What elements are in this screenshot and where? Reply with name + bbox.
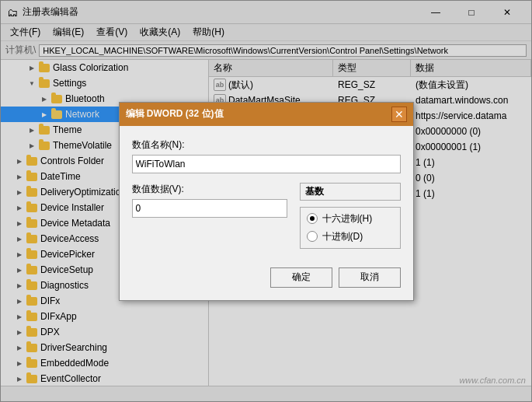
data-col: 数值数据(V): (132, 183, 287, 249)
radio-hex[interactable]: 十六进制(H) (307, 212, 394, 225)
cancel-button[interactable]: 取消 (339, 267, 401, 288)
modal-overlay: 编辑 DWORD (32 位)值 ✕ 数值名称(N): 数值数据(V): 基数 (0, 0, 532, 402)
radio-dec-label: 十进制(D) (322, 230, 363, 243)
base-label: 基数 (300, 183, 401, 201)
name-field-input[interactable] (132, 155, 401, 173)
radio-dec[interactable]: 十进制(D) (307, 230, 394, 243)
data-field-input[interactable] (132, 199, 287, 218)
dialog-body: 数值名称(N): 数值数据(V): 基数 十六进制(H) (120, 126, 413, 261)
base-col: 基数 十六进制(H) 十进制(D) (300, 183, 401, 249)
data-base-row: 数值数据(V): 基数 十六进制(H) 十进制(D) (132, 183, 401, 249)
dialog-title: 编辑 DWORD (32 位)值 (126, 107, 224, 121)
name-field-label: 数值名称(N): (132, 138, 401, 152)
radio-dec-circle (307, 231, 318, 242)
ok-button[interactable]: 确定 (270, 267, 332, 288)
dialog-footer: 确定 取消 (120, 261, 413, 300)
dialog-close-button[interactable]: ✕ (391, 107, 407, 122)
dialog-titlebar: 编辑 DWORD (32 位)值 ✕ (120, 103, 413, 126)
radio-hex-label: 十六进制(H) (322, 212, 373, 225)
radio-hex-circle (307, 213, 318, 224)
name-field-group: 数值名称(N): (132, 138, 401, 173)
radio-group: 十六进制(H) 十进制(D) (300, 207, 401, 249)
dword-dialog: 编辑 DWORD (32 位)值 ✕ 数值名称(N): 数值数据(V): 基数 (119, 102, 414, 301)
data-field-label: 数值数据(V): (132, 183, 287, 196)
